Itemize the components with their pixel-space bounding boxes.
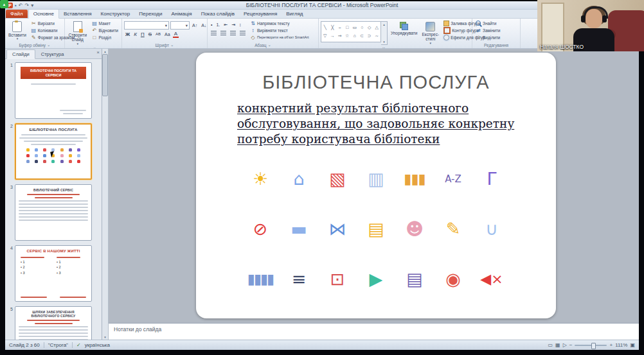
server-icon[interactable]: ▤ — [395, 265, 434, 293]
increase-indent-button[interactable]: ⇥ — [230, 21, 237, 28]
slide-indicator[interactable]: Слайд 2 з 60 — [9, 342, 40, 348]
paste-button[interactable]: Вставити ▾ — [7, 20, 28, 42]
open-pages-icon[interactable]: ∪ — [472, 215, 511, 243]
tab-Конструктор[interactable]: Конструктор — [96, 10, 135, 18]
shape-option[interactable]: ⊃ — [368, 33, 371, 39]
shape-option[interactable]: ▽ — [323, 33, 326, 39]
shape-option[interactable]: ⌂ — [353, 33, 356, 39]
bullets-button[interactable]: • — [210, 21, 213, 28]
align-text-button[interactable]: ↕ Вирівняти текст — [249, 27, 310, 33]
thumbnail-preview[interactable]: БІБЛІОТЕЧНА ПОСЛУГА — [15, 123, 92, 180]
thumbnail-preview[interactable]: БІБЛІОТЕЧНІ ПОСЛУГИ ТА СЕРВІСИ — [15, 62, 92, 119]
zoom-slider-thumb[interactable] — [591, 343, 596, 349]
lightbulb-icon[interactable]: ☀ — [241, 165, 280, 193]
slide-thumbnail-2[interactable]: 2БІБЛІОТЕЧНА ПОСЛУГА — [6, 123, 100, 180]
slide-title[interactable]: БІБЛІОТЕЧНА ПОСЛУГА — [196, 72, 556, 93]
replace-button[interactable]: ⇄ Замінити — [474, 27, 501, 33]
scrollbar-up-icon[interactable]: ▴ — [104, 49, 106, 53]
tab-Вставлення[interactable]: Вставлення — [59, 10, 96, 18]
justify-button[interactable] — [238, 30, 247, 37]
desk-lamp-icon[interactable]: Γ — [472, 165, 511, 193]
paragraph-dialog-launcher-icon[interactable]: ⌄ — [267, 42, 271, 48]
tab-Анімація[interactable]: Анімація — [166, 10, 196, 18]
person-reading-icon[interactable]: ☻ — [395, 215, 434, 243]
tab-Файл[interactable]: Файл — [6, 10, 28, 18]
shape-option[interactable]: □ — [346, 25, 348, 30]
video-participant[interactable]: Наталя ШОСТКО — [537, 0, 644, 51]
shape-option[interactable]: ⊂ — [360, 33, 364, 39]
new-slide-button[interactable]: Створити слайд ▾ — [67, 20, 89, 47]
panel-scrollbar[interactable]: ▴ ▾ — [102, 49, 109, 340]
slide-thumbnail-3[interactable]: 3БІБЛІОТЕЧНИЙ СЕРВІС — [6, 184, 100, 241]
arrange-button[interactable]: Упорядкувати — [389, 20, 418, 46]
reset-button[interactable]: ↶ Відновити — [91, 27, 120, 33]
fit-window-button[interactable]: ▣ — [630, 342, 635, 348]
zoom-out-button[interactable]: − — [569, 342, 573, 348]
line-spacing-button[interactable]: ↕ — [238, 21, 243, 28]
ebook-arrow-icon[interactable]: ▶ — [357, 265, 395, 293]
scrollbar-thumb[interactable] — [102, 54, 108, 96]
shape-option[interactable]: → — [330, 33, 335, 39]
character-spacing-button[interactable]: АВ — [154, 31, 162, 38]
font-color-button[interactable]: А — [173, 31, 179, 38]
bookmark-book-icon[interactable]: ▧ — [318, 165, 357, 193]
redo-icon[interactable]: ↷ — [25, 3, 30, 8]
location-pin-icon[interactable]: ◉ — [434, 265, 472, 293]
shape-option[interactable]: ∼ — [375, 33, 379, 39]
shape-option[interactable]: ◇ — [368, 25, 371, 30]
shapes-scroll-down-icon[interactable]: ▾ — [383, 40, 385, 44]
dictionary-az-icon[interactable]: A-Z — [434, 165, 472, 193]
open-book-icon[interactable]: ⋈ — [318, 215, 357, 243]
slide-canvas[interactable]: БІБЛІОТЕЧНА ПОСЛУГА конкретний результат… — [196, 53, 556, 318]
zoom-level[interactable]: 111% — [615, 342, 627, 348]
layout-button[interactable]: ▤ Макет — [91, 20, 120, 26]
tab-Вигляд[interactable]: Вигляд — [282, 10, 307, 18]
panel-close-icon[interactable]: × — [96, 50, 100, 55]
shape-option[interactable]: ○ — [361, 25, 363, 30]
strikethrough-button[interactable]: S — [147, 31, 153, 38]
megaphone-mute-icon[interactable]: ◀× — [472, 265, 511, 293]
italic-button[interactable]: К — [132, 31, 138, 38]
slide-icon-grid[interactable]: ☀⌂▧▥▮▮▮A-ZΓ⊘▬⋈▤☻✎∪▮▮▮▮≡⊡▶▤◉◀× — [196, 165, 556, 293]
slide-thumbnail-4[interactable]: 4СЕРВІС В НАШОМУ ЖИТТІ• 1• 2• 3• 1• 2• 3 — [6, 245, 100, 302]
text-direction-button[interactable]: ⇅ Напрямок тексту — [249, 20, 310, 26]
scrollbar-down-icon[interactable]: ▾ — [104, 335, 106, 339]
view-normal-button[interactable]: ▭ — [548, 342, 553, 348]
select-button[interactable]: □ Виділити — [474, 34, 501, 40]
font-size-select[interactable]: ▾ — [170, 21, 190, 30]
spellcheck-icon[interactable]: ✓ — [76, 342, 81, 348]
language-indicator[interactable]: українська — [85, 342, 110, 348]
barcode-icon[interactable]: ▮▮▮▮ — [241, 265, 280, 293]
undo-icon[interactable]: ↶ — [19, 3, 23, 8]
shapes-gallery-scrollbar[interactable]: ▴ ▾ — [381, 21, 388, 45]
font-dialog-launcher-icon[interactable]: ⌄ — [170, 42, 174, 48]
underline-button[interactable]: П — [139, 31, 146, 38]
tab-Основне[interactable]: Основне — [28, 9, 59, 19]
new-slide-dropdown-icon[interactable]: ▾ — [77, 42, 79, 46]
zoom-in-button[interactable]: + — [609, 342, 613, 348]
decrease-indent-button[interactable]: ⇤ — [222, 21, 229, 28]
theme-name[interactable]: "Строга" — [48, 342, 68, 348]
paste-dropdown-icon[interactable]: ▾ — [17, 37, 19, 41]
tab-Переходи[interactable]: Переходи — [134, 10, 166, 18]
thumbnail-preview[interactable]: БІБЛІОТЕЧНИЙ СЕРВІС — [15, 184, 92, 241]
shape-option[interactable]: ▭ — [352, 25, 357, 30]
shape-option[interactable]: ⇒ — [338, 33, 342, 39]
library-building-icon[interactable]: ⌂ — [280, 165, 318, 193]
shape-option[interactable]: ☆ — [345, 33, 349, 39]
computer-icon[interactable]: ⊡ — [318, 265, 357, 293]
meeting-indicator-icon[interactable]: ▲ — [0, 0, 8, 8]
shape-option[interactable]: ╳ — [331, 25, 334, 30]
numbering-button[interactable]: 1. — [215, 21, 221, 28]
card-catalog-icon[interactable]: ▤ — [357, 215, 395, 243]
locker-shelf-icon[interactable]: ▥ — [357, 165, 395, 193]
book-stack-lamp-icon[interactable]: ≡ — [280, 265, 318, 293]
reading-bed-icon[interactable]: ▬ — [280, 215, 318, 243]
quick-styles-dropdown-icon[interactable]: ▾ — [430, 42, 432, 46]
panel-tab-Структура[interactable]: Структура — [36, 50, 69, 58]
find-button[interactable]: Знайти — [474, 20, 501, 26]
save-icon[interactable]: ▪ — [15, 3, 17, 8]
quick-styles-button[interactable]: Експрес-стилі ▾ — [420, 20, 440, 46]
tab-Показ слайдів[interactable]: Показ слайдів — [197, 10, 239, 18]
align-center-button[interactable] — [219, 30, 228, 37]
